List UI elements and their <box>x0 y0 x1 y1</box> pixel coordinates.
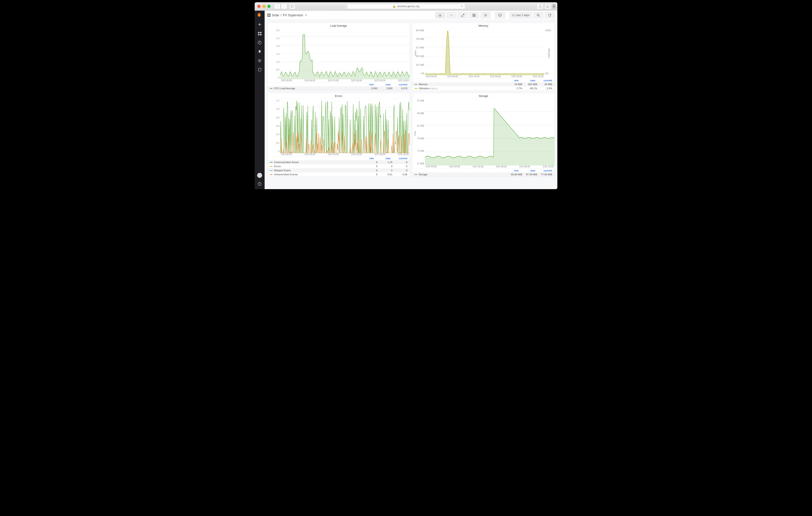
alerting-icon[interactable] <box>257 49 263 55</box>
new-tab-button[interactable]: + <box>552 4 555 9</box>
grafana-topbar: Solar / PV Supervisor ▼ + ☆ ◷ Last 2 day… <box>265 11 557 20</box>
legend-row[interactable]: Skipped Scans000 <box>267 168 410 172</box>
y-axis-label: Used <box>414 51 417 56</box>
explore-icon[interactable] <box>257 40 263 45</box>
zoom-window-button[interactable] <box>267 5 270 8</box>
svg-rect-5 <box>260 32 261 33</box>
panel-title: Load Average <box>267 23 410 28</box>
legend-row[interactable]: Storage69.88 MiB87.38 MiB77.09 MiB <box>412 172 554 177</box>
legend-row[interactable]: Untransmitted Events00.510.06 <box>267 172 410 177</box>
reload-button[interactable]: ↻ <box>461 5 463 8</box>
address-bar[interactable]: 🔒 sentinel.genux.org ↻ <box>347 4 465 9</box>
svg-rect-12 <box>267 13 269 15</box>
panel-title: Storage <box>412 93 554 98</box>
refresh-button[interactable] <box>545 12 555 18</box>
panel-title: Memory <box>412 23 554 28</box>
breadcrumb-dashboard: PV Supervisor <box>283 13 303 17</box>
cycle-view-button[interactable] <box>495 12 505 18</box>
svg-point-9 <box>259 60 260 61</box>
svg-rect-17 <box>439 14 440 17</box>
time-range-picker[interactable]: ◷ Last 2 days <box>510 12 532 18</box>
legend-row[interactable]: Errors000 <box>267 164 410 168</box>
svg-line-25 <box>539 16 540 17</box>
panel-errors[interactable]: Errors1.21.00.80.60.40.205/24 00:005/24 … <box>267 93 410 177</box>
svg-rect-18 <box>440 15 441 17</box>
panel-title: Errors <box>267 93 410 98</box>
legend-row[interactable]: Utilization(right-y)2.7%88.1%3.3% <box>412 86 554 90</box>
tabs-button[interactable] <box>545 4 551 9</box>
svg-rect-0 <box>291 5 294 7</box>
help-icon[interactable]: ? <box>257 181 263 187</box>
grafana-logo-icon[interactable] <box>257 12 263 18</box>
lock-icon: 🔒 <box>393 5 396 8</box>
svg-rect-4 <box>258 32 259 33</box>
svg-rect-13 <box>269 13 270 15</box>
sidebar-toggle-button[interactable] <box>289 4 295 9</box>
time-range-label: Last 2 days <box>516 13 529 17</box>
breadcrumb-folder: Solar <box>272 13 279 17</box>
legend-row[interactable]: Communication Errors01.150 <box>267 160 410 164</box>
browser-titlebar: ‹ › ◎ ⊕ 🔒 sentinel.genux.org ↻ + <box>255 2 557 11</box>
share-button-grafana[interactable] <box>458 12 468 18</box>
svg-rect-16 <box>439 15 439 17</box>
browser-window: ‹ › ◎ ⊕ 🔒 sentinel.genux.org ↻ + <box>255 2 557 189</box>
clock-icon: ◷ <box>512 13 514 17</box>
panel-legend: minmaxcurrentStorage69.88 MiB87.38 MiB77… <box>412 169 554 177</box>
panel-storage[interactable]: StorageFree91 MiB86 MiB81 MiB76 MiB72 Mi… <box>412 93 555 177</box>
settings-button[interactable] <box>481 12 491 18</box>
grafana-sidebar: ? <box>255 11 265 189</box>
save-button[interactable] <box>469 12 479 18</box>
config-icon[interactable] <box>257 58 263 64</box>
svg-rect-3 <box>547 5 549 7</box>
dashboards-icon[interactable] <box>257 31 263 36</box>
panel-legend: minmaxcurrentMemory28 MiB902 MiB34 MiBUt… <box>412 79 554 90</box>
minimize-window-button[interactable] <box>262 5 265 8</box>
panel-load[interactable]: Load Average3.02.52.01.51.00.505/24 00:0… <box>267 23 410 91</box>
y-axis-label: Free <box>414 131 416 136</box>
share-button[interactable] <box>537 4 543 9</box>
forward-button[interactable]: › <box>281 4 287 9</box>
zoom-out-button[interactable] <box>533 12 543 18</box>
svg-text:?: ? <box>259 183 260 185</box>
svg-rect-6 <box>258 34 259 35</box>
svg-rect-21 <box>498 14 501 16</box>
svg-rect-14 <box>267 16 269 17</box>
svg-rect-15 <box>269 16 270 17</box>
admin-icon[interactable] <box>257 67 263 73</box>
svg-rect-7 <box>260 34 261 35</box>
window-controls <box>257 5 270 8</box>
sidebar-icon <box>291 5 294 7</box>
close-window-button[interactable] <box>257 5 261 8</box>
star-button[interactable]: ☆ <box>446 12 457 18</box>
panel-memory[interactable]: MemoryUsed954 MiB763 MiB572 MiB381 MiB19… <box>412 23 555 91</box>
legend-row[interactable]: Memory28 MiB902 MiB34 MiB <box>412 82 554 86</box>
user-avatar[interactable] <box>257 173 262 178</box>
svg-text:+: + <box>441 13 442 16</box>
panel-legend: minmaxcurrentCommunication Errors01.150E… <box>267 156 410 177</box>
add-panel-button[interactable]: + <box>435 12 445 18</box>
svg-point-20 <box>485 15 486 16</box>
back-button[interactable]: ‹ <box>274 4 281 9</box>
dashboard-breadcrumb[interactable]: Solar / PV Supervisor ▼ <box>267 13 307 17</box>
url-text: sentinel.genux.org <box>397 5 419 8</box>
legend-row[interactable]: CPU Load Average0.0602.6000.570 <box>267 86 410 90</box>
panel-legend: minmaxcurrentCPU Load Average0.0602.6000… <box>267 83 410 90</box>
create-icon[interactable] <box>257 22 263 27</box>
chevron-down-icon: ▼ <box>305 14 307 16</box>
dashboard-icon <box>267 13 270 17</box>
